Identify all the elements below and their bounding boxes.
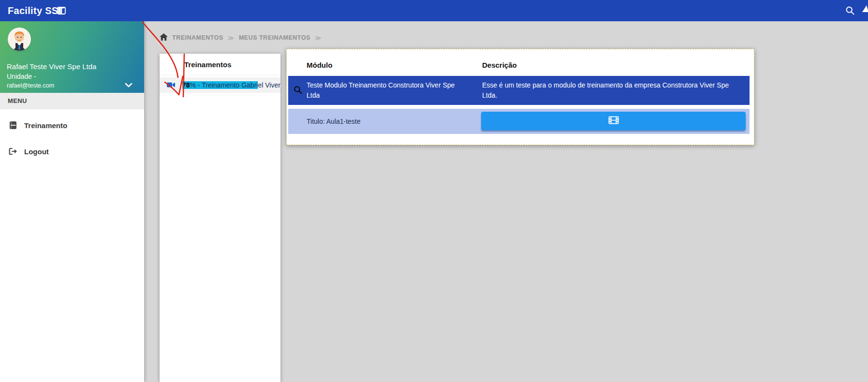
training-item-label: 78% - Treinamento Gabriel Viver (182, 81, 280, 89)
profile-email: rafael@teste.com (7, 82, 54, 89)
sidebar: Rafael Teste Viver Spe Ltda Unidade - ra… (0, 21, 144, 382)
lesson-title-cell: Titulo: Aula1-teste (307, 118, 361, 125)
profile-name: Rafael Teste Viver Spe Ltda (7, 62, 96, 71)
module-row[interactable]: Teste Modulo Treinamento Construtora Viv… (288, 76, 750, 105)
training-progress: 78 (182, 81, 190, 89)
training-label-rest: el Viver (258, 81, 280, 89)
menu-section-label: MENU (0, 93, 144, 109)
film-icon (608, 116, 619, 126)
breadcrumb: TREINAMENTOS ≫ MEUS TREINAMENTOS ≫ (160, 32, 322, 44)
logout-icon (8, 147, 18, 155)
play-video-button[interactable] (481, 112, 746, 130)
training-label-highlighted: % - Treinamento Gabri (190, 81, 258, 89)
training-list-item[interactable]: 78% - Treinamento Gabriel Viver (160, 77, 280, 93)
video-camera-icon (167, 81, 175, 89)
app-title: Facility SST (8, 0, 64, 21)
chevron-down-icon[interactable] (125, 81, 132, 89)
columns-window-icon[interactable] (57, 7, 66, 16)
sidebar-item-label: Treinamento (24, 121, 67, 130)
user-profile-card: Rafael Teste Viver Spe Ltda Unidade - ra… (0, 21, 144, 93)
lesson-row: Titulo: Aula1-teste (288, 109, 750, 134)
sidebar-item-treinamento[interactable]: Treinamento (0, 116, 144, 134)
breadcrumb-item-meus-treinamentos[interactable]: MEUS TREINAMENTOS (239, 34, 310, 41)
clipped-corner-icon[interactable] (861, 4, 868, 16)
breadcrumb-separator: ≫ (315, 34, 322, 42)
search-icon[interactable] (294, 86, 302, 96)
sidebar-item-logout[interactable]: Logout (0, 142, 144, 161)
avatar (8, 28, 31, 51)
breadcrumb-separator: ≫ (228, 34, 235, 42)
home-icon[interactable] (160, 33, 168, 42)
sidebar-item-label: Logout (24, 147, 49, 156)
book-icon (8, 121, 18, 130)
top-navbar: Facility SST (0, 0, 868, 21)
column-header-modulo: Módulo (307, 61, 332, 69)
profile-unit: Unidade - (7, 73, 36, 80)
module-name-cell: Teste Modulo Treinamento Construtora Viv… (307, 80, 469, 101)
trainings-list-panel: Treinamentos 78% - Treinamento Gabriel V… (160, 54, 280, 382)
module-description-cell: Esse é um teste para o modulo de treinam… (482, 80, 746, 101)
trainings-panel-title: Treinamentos (160, 54, 280, 75)
breadcrumb-item-treinamentos[interactable]: TREINAMENTOS (172, 34, 223, 41)
search-icon[interactable] (845, 6, 855, 17)
module-table-panel: Módulo Descrição Teste Modulo Treinament… (286, 49, 754, 145)
column-header-descricao: Descrição (482, 61, 517, 69)
